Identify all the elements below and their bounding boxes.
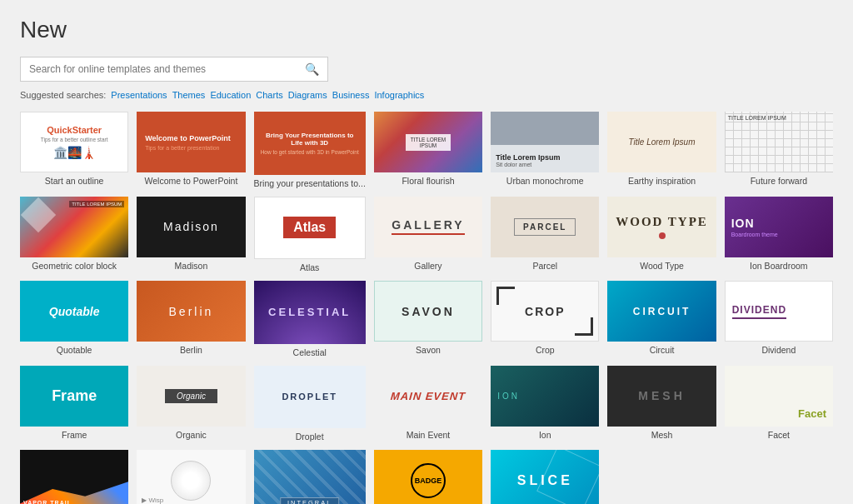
thumb-geo: TITLE LOREM IPSUM bbox=[20, 197, 128, 257]
template-gallery[interactable]: GALLERY Gallery bbox=[374, 197, 482, 273]
template-crop[interactable]: CROP Crop bbox=[491, 281, 599, 357]
template-madison[interactable]: Madison Madison bbox=[137, 197, 245, 273]
template-savon[interactable]: SAVON Savon bbox=[374, 281, 482, 357]
template-ion[interactable]: ION Ion bbox=[491, 366, 599, 442]
thumb-quickstarter: QuickStarter Tips for a better outline s… bbox=[20, 112, 128, 172]
thumb-droplet: DROPLET bbox=[254, 366, 366, 429]
template-label-celestial: Celestial bbox=[254, 347, 366, 357]
thumb-badge: BADGE bbox=[374, 450, 482, 504]
template-label-geo: Geometric color block bbox=[20, 261, 128, 271]
thumb-slice: SLICE bbox=[491, 450, 599, 504]
suggested-charts[interactable]: Charts bbox=[256, 90, 282, 100]
template-ionboardroom[interactable]: ION Boardroom theme Ion Boardroom bbox=[725, 197, 833, 273]
template-label-gallery: Gallery bbox=[374, 261, 482, 271]
template-label-bring: Bring your presentations to... bbox=[254, 178, 366, 188]
page-title: New bbox=[20, 17, 833, 43]
suggested-diagrams[interactable]: Diagrams bbox=[288, 90, 327, 100]
template-label-quickstarter: Start an outline bbox=[20, 176, 128, 186]
template-label-crop: Crop bbox=[491, 345, 599, 355]
template-frame[interactable]: Frame Frame bbox=[20, 366, 128, 442]
template-organic[interactable]: Organic Organic bbox=[137, 366, 245, 442]
template-geo[interactable]: TITLE LOREM IPSUM Geometric color block bbox=[20, 197, 128, 273]
template-label-quotable: Quotable bbox=[20, 345, 128, 355]
suggested-searches: Suggested searches: Presentations Themes… bbox=[20, 90, 833, 100]
thumb-woodtype: WOOD TYPE bbox=[607, 197, 716, 257]
thumb-dividend: DIVIDEND bbox=[725, 281, 833, 342]
template-parcel[interactable]: PARCEL Parcel bbox=[491, 197, 599, 273]
template-urban[interactable]: Title Lorem Ipsum Sit dolor amet Urban m… bbox=[491, 112, 599, 188]
template-label-savon: Savon bbox=[374, 345, 482, 355]
template-label-mainevent: Main Event bbox=[374, 430, 482, 440]
search-input[interactable] bbox=[21, 57, 297, 81]
template-label-madison: Madison bbox=[137, 261, 245, 271]
thumb-wisp: ▶ Wisp bbox=[137, 450, 245, 504]
suggested-presentations[interactable]: Presentations bbox=[111, 90, 167, 100]
template-wisp[interactable]: ▶ Wisp Wisp bbox=[137, 450, 245, 504]
template-floral[interactable]: TITLE LOREMIPSUM Floral flourish bbox=[374, 112, 482, 188]
thumb-urban: Title Lorem Ipsum Sit dolor amet bbox=[491, 112, 599, 172]
template-atlas[interactable]: Atlas Atlas bbox=[254, 197, 366, 273]
template-label-welcome: Welcome to PowerPoint bbox=[137, 176, 245, 186]
template-quotable[interactable]: Quotable Quotable bbox=[20, 281, 128, 357]
thumb-facet: Facet bbox=[725, 366, 833, 427]
thumb-welcome: Welcome to PowerPoint Tips for a better … bbox=[137, 112, 245, 172]
thumb-crop: CROP bbox=[491, 281, 599, 342]
template-label-droplet: Droplet bbox=[254, 432, 366, 442]
thumb-ionboardroom: ION Boardroom theme bbox=[725, 197, 833, 257]
template-facet[interactable]: Facet Facet bbox=[725, 366, 833, 442]
thumb-atlas: Atlas bbox=[254, 197, 366, 260]
thumb-vaportrail: VAPOR TRAIL bbox=[20, 450, 128, 504]
template-slice[interactable]: SLICE Slice bbox=[491, 450, 599, 504]
thumb-mainevent: MAIN EVENT bbox=[374, 366, 482, 427]
template-quickstarter[interactable]: QuickStarter Tips for a better outline s… bbox=[20, 112, 128, 188]
template-mainevent[interactable]: MAIN EVENT Main Event bbox=[374, 366, 482, 442]
thumb-future: TITLE LOREM IPSUM bbox=[725, 112, 833, 172]
thumb-organic: Organic bbox=[137, 366, 245, 427]
template-label-mesh: Mesh bbox=[607, 430, 716, 440]
thumb-gallery: GALLERY bbox=[374, 197, 482, 257]
template-label-future: Future forward bbox=[725, 176, 833, 186]
thumb-ion: ION bbox=[491, 366, 599, 427]
template-bring[interactable]: Bring Your Presentations to Life with 3D… bbox=[254, 112, 366, 188]
template-badge[interactable]: BADGE Badge bbox=[374, 450, 482, 504]
template-label-berlin: Berlin bbox=[137, 345, 245, 355]
thumb-parcel: PARCEL bbox=[491, 197, 599, 257]
thumb-berlin: Berlin bbox=[137, 281, 245, 342]
search-bar[interactable]: 🔍 bbox=[20, 57, 328, 82]
template-label-circuit: Circuit bbox=[607, 345, 716, 355]
suggested-business[interactable]: Business bbox=[332, 90, 370, 100]
template-label-parcel: Parcel bbox=[491, 261, 599, 271]
suggested-education[interactable]: Education bbox=[210, 90, 251, 100]
templates-grid: QuickStarter Tips for a better outline s… bbox=[20, 112, 833, 504]
thumb-madison: Madison bbox=[137, 197, 245, 257]
suggested-themes[interactable]: Themes bbox=[172, 90, 206, 100]
template-celestial[interactable]: CELESTIAL Celestial bbox=[254, 281, 366, 357]
template-circuit[interactable]: CIRCUIT Circuit bbox=[607, 281, 716, 357]
search-button[interactable]: 🔍 bbox=[297, 57, 327, 81]
thumb-frame: Frame bbox=[20, 366, 128, 427]
thumb-floral: TITLE LOREMIPSUM bbox=[374, 112, 482, 172]
template-label-ion: Ion bbox=[491, 430, 599, 440]
template-integral[interactable]: INTEGRAL Integral bbox=[254, 450, 366, 504]
template-label-frame: Frame bbox=[20, 430, 128, 440]
thumb-earthy: Title Lorem Ipsum bbox=[607, 112, 716, 172]
template-woodtype[interactable]: WOOD TYPE Wood Type bbox=[607, 197, 716, 273]
template-vaportrail[interactable]: VAPOR TRAIL Vapor Trail bbox=[20, 450, 128, 504]
template-mesh[interactable]: MESH Mesh bbox=[607, 366, 716, 442]
template-label-woodtype: Wood Type bbox=[607, 261, 716, 271]
suggested-infographics[interactable]: Infographics bbox=[374, 90, 424, 100]
template-label-dividend: Dividend bbox=[725, 345, 833, 355]
suggested-label: Suggested searches: bbox=[20, 90, 106, 100]
thumb-integral: INTEGRAL bbox=[254, 450, 366, 504]
template-welcome[interactable]: Welcome to PowerPoint Tips for a better … bbox=[137, 112, 245, 188]
template-droplet[interactable]: DROPLET Droplet bbox=[254, 366, 366, 442]
template-label-earthy: Earthy inspiration bbox=[607, 176, 716, 186]
template-earthy[interactable]: Title Lorem Ipsum Earthy inspiration bbox=[607, 112, 716, 188]
template-label-facet: Facet bbox=[725, 430, 833, 440]
template-dividend[interactable]: DIVIDEND Dividend bbox=[725, 281, 833, 357]
thumb-circuit: CIRCUIT bbox=[607, 281, 716, 342]
template-berlin[interactable]: Berlin Berlin bbox=[137, 281, 245, 357]
thumb-bring: Bring Your Presentations to Life with 3D… bbox=[254, 112, 366, 175]
template-future[interactable]: TITLE LOREM IPSUM Future forward bbox=[725, 112, 833, 188]
page-container: New 🔍 Suggested searches: Presentations … bbox=[0, 0, 853, 504]
